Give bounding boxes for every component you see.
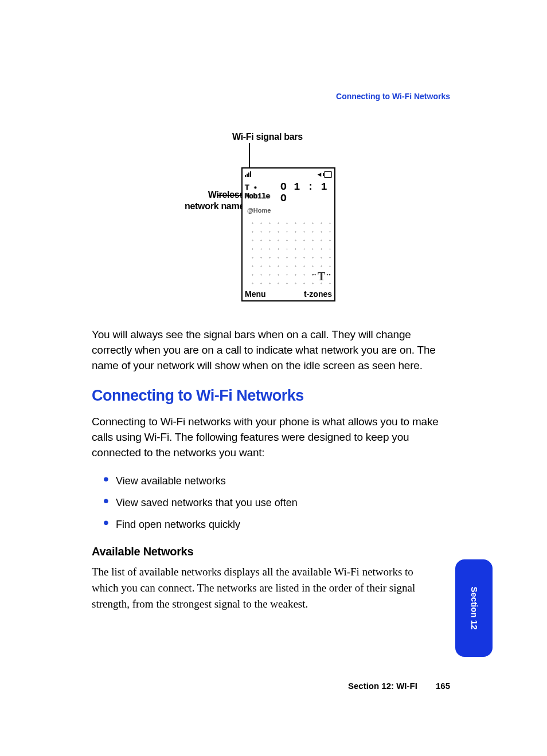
section-tab: Section 12 (455, 559, 493, 657)
callout-line-icon (217, 195, 242, 196)
callout-line2: network name (153, 201, 244, 212)
callout-network-name: Wireless network name (153, 189, 244, 212)
tmobile-logo-icon: T (312, 270, 331, 283)
phone-screen: ◄ T • Mobile O 1 : 1 O @Home T Menu t-zo… (241, 167, 335, 301)
carrier-row: T • Mobile O 1 : 1 O (243, 180, 334, 206)
paragraph: The list of available networks displays … (92, 564, 430, 612)
callout-wifi-bars: Wi-Fi signal bars (232, 132, 303, 142)
softkey-right: t-zones (304, 289, 332, 299)
status-bar: ◄ (243, 169, 334, 180)
figure: Wi-Fi signal bars Wireless network name … (92, 132, 450, 327)
speaker-icon: ◄ (317, 171, 323, 178)
paragraph: Connecting to Wi-Fi networks with your p… (92, 414, 450, 460)
paragraph: You will always see the signal bars when… (92, 327, 450, 373)
footer-section: Section 12: WI-FI (348, 681, 417, 691)
page-number: 165 (436, 681, 450, 691)
clock: O 1 : 1 O (280, 181, 332, 204)
section-heading: Connecting to Wi-Fi Networks (92, 387, 450, 405)
carrier-name: T • Mobile (245, 183, 280, 201)
signal-bars-icon (245, 171, 251, 177)
network-name-badge: @Home (245, 206, 332, 214)
running-header: Connecting to Wi-Fi Networks (336, 92, 450, 101)
softkey-left: Menu (245, 289, 266, 299)
section-tab-label: Section 12 (469, 586, 479, 629)
battery-icon (324, 171, 332, 178)
page-footer: Section 12: WI-FI 165 (92, 681, 450, 691)
bullet-list: View available networks View saved netwo… (116, 474, 450, 531)
list-item: View available networks (116, 474, 450, 488)
list-item: View saved networks that you use often (116, 496, 450, 510)
callout-line-icon (249, 143, 250, 167)
subheading: Available Networks (92, 545, 450, 558)
list-item: Find open networks quickly (116, 518, 450, 531)
softkey-bar: Menu t-zones (243, 288, 334, 300)
wallpaper-dots: T (246, 217, 331, 284)
